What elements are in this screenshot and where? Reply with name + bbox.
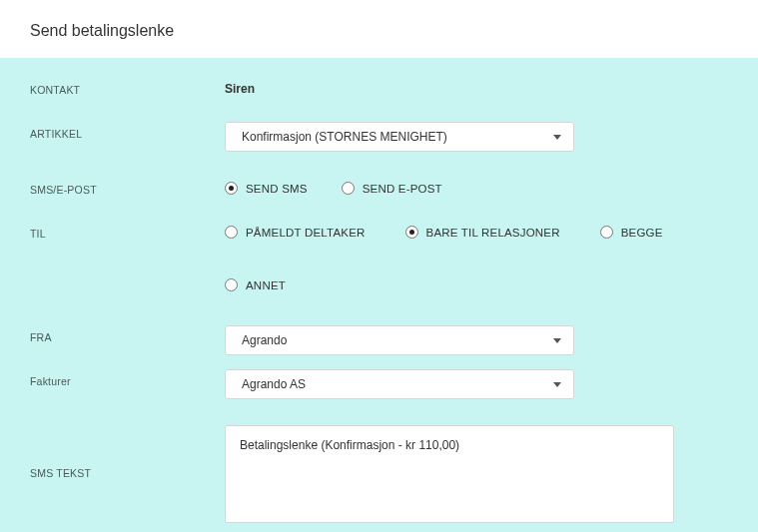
radio-label: SEND SMS bbox=[246, 183, 308, 195]
fra-select[interactable]: Agrando bbox=[225, 325, 574, 355]
fakturer-selected: Agrando AS bbox=[242, 377, 306, 391]
label-sms-epost: SMS/E-POST bbox=[30, 178, 225, 196]
radio-icon bbox=[342, 182, 355, 195]
radio-annet[interactable]: ANNET bbox=[225, 278, 286, 291]
form-area: KONTAKT Siren ARTIKKEL Konfirmasjon (STO… bbox=[0, 58, 758, 532]
label-fakturer: Fakturer bbox=[30, 369, 225, 387]
radio-send-sms[interactable]: SEND SMS bbox=[225, 182, 308, 195]
radio-label: BARE TIL RELASJONER bbox=[426, 227, 560, 239]
radio-icon bbox=[225, 226, 238, 239]
row-kontakt: KONTAKT Siren bbox=[30, 78, 728, 96]
page-header: Send betalingslenke bbox=[0, 0, 758, 58]
chevron-down-icon bbox=[553, 338, 561, 343]
row-sms-tekst: SMS TEKST 118 tegn igjen av meldingen /A… bbox=[30, 425, 728, 532]
radio-icon bbox=[600, 226, 613, 239]
row-fra: FRA Agrando bbox=[30, 325, 728, 355]
radio-begge[interactable]: BEGGE bbox=[600, 226, 663, 239]
label-kontakt: KONTAKT bbox=[30, 78, 225, 96]
chevron-down-icon bbox=[553, 135, 561, 140]
radio-send-epost[interactable]: SEND E-POST bbox=[342, 182, 442, 195]
radio-label: BEGGE bbox=[621, 227, 663, 239]
sms-tekst-input[interactable] bbox=[225, 425, 674, 523]
row-til: TIL PÅMELDT DELTAKER BARE TIL RELASJONER… bbox=[30, 222, 728, 291]
til-group: PÅMELDT DELTAKER BARE TIL RELASJONER BEG… bbox=[225, 222, 728, 291]
radio-icon bbox=[405, 226, 418, 239]
radio-pameldt-deltaker[interactable]: PÅMELDT DELTAKER bbox=[225, 226, 366, 239]
kontakt-value: Siren bbox=[225, 78, 728, 96]
row-sms-epost: SMS/E-POST SEND SMS SEND E-POST bbox=[30, 178, 728, 196]
label-artikkel: ARTIKKEL bbox=[30, 122, 225, 140]
radio-icon bbox=[225, 182, 238, 195]
chevron-down-icon bbox=[553, 382, 561, 387]
page-title: Send betalingslenke bbox=[30, 22, 728, 40]
radio-label: ANNET bbox=[246, 279, 286, 291]
row-artikkel: ARTIKKEL Konfirmasjon (STORNES MENIGHET) bbox=[30, 122, 728, 152]
fakturer-select[interactable]: Agrando AS bbox=[225, 369, 574, 399]
label-sms-tekst: SMS TEKST bbox=[30, 425, 225, 479]
radio-icon bbox=[225, 278, 238, 291]
send-method-group: SEND SMS SEND E-POST bbox=[225, 178, 728, 195]
label-til: TIL bbox=[30, 222, 225, 240]
radio-label: PÅMELDT DELTAKER bbox=[246, 227, 366, 239]
fra-selected: Agrando bbox=[242, 333, 287, 347]
radio-bare-til-relasjoner[interactable]: BARE TIL RELASJONER bbox=[405, 226, 560, 239]
artikkel-selected: Konfirmasjon (STORNES MENIGHET) bbox=[242, 130, 447, 144]
radio-label: SEND E-POST bbox=[363, 183, 442, 195]
label-fra: FRA bbox=[30, 325, 225, 343]
artikkel-select[interactable]: Konfirmasjon (STORNES MENIGHET) bbox=[225, 122, 574, 152]
row-fakturer: Fakturer Agrando AS bbox=[30, 369, 728, 399]
